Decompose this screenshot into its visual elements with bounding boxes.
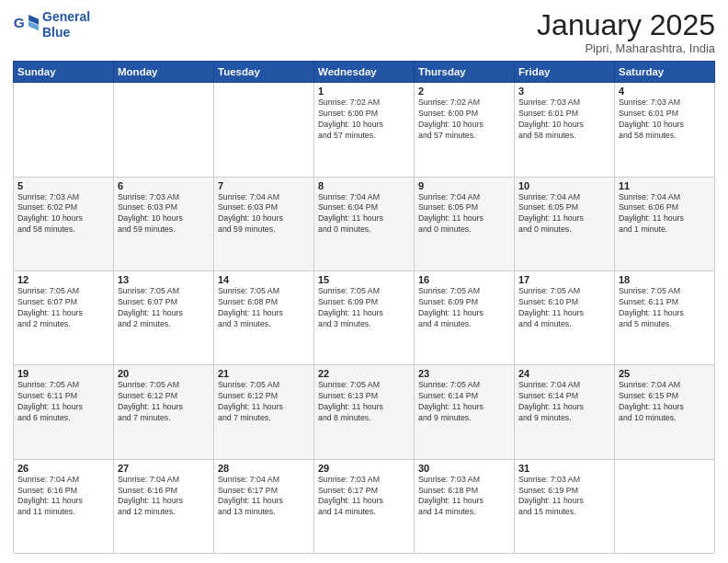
day-info: Sunrise: 7:03 AMSunset: 6:03 PMDaylight:…	[118, 192, 210, 236]
day-info: Sunrise: 7:03 AMSunset: 6:19 PMDaylight:…	[518, 475, 610, 519]
day-cell: 13Sunrise: 7:05 AMSunset: 6:07 PMDayligh…	[114, 270, 214, 364]
day-info: Sunrise: 7:04 AMSunset: 6:06 PMDaylight:…	[619, 192, 711, 236]
logo-blue: Blue	[42, 25, 70, 40]
week-row-2: 5Sunrise: 7:03 AMSunset: 6:02 PMDaylight…	[14, 177, 715, 270]
day-number: 19	[17, 368, 109, 379]
day-number: 6	[118, 180, 210, 191]
weekday-header-wednesday: Wednesday	[314, 62, 415, 83]
day-cell: 3Sunrise: 7:03 AMSunset: 6:01 PMDaylight…	[515, 83, 615, 177]
day-cell: 8Sunrise: 7:04 AMSunset: 6:04 PMDaylight…	[314, 177, 415, 270]
day-info: Sunrise: 7:02 AMSunset: 6:00 PMDaylight:…	[318, 98, 410, 142]
day-number: 12	[17, 274, 109, 285]
day-cell: 7Sunrise: 7:04 AMSunset: 6:03 PMDaylight…	[214, 177, 314, 270]
day-info: Sunrise: 7:05 AMSunset: 6:10 PMDaylight:…	[518, 286, 610, 330]
day-info: Sunrise: 7:05 AMSunset: 6:12 PMDaylight:…	[218, 380, 310, 424]
day-info: Sunrise: 7:05 AMSunset: 6:11 PMDaylight:…	[17, 380, 109, 424]
week-row-3: 12Sunrise: 7:05 AMSunset: 6:07 PMDayligh…	[14, 270, 715, 364]
day-info: Sunrise: 7:05 AMSunset: 6:12 PMDaylight:…	[118, 380, 210, 424]
location: Pipri, Maharashtra, India	[537, 41, 715, 55]
week-row-1: 1Sunrise: 7:02 AMSunset: 6:00 PMDaylight…	[14, 83, 715, 177]
page: G General Blue January 2025 Pipri, Mahar…	[0, 0, 728, 563]
weekday-header-thursday: Thursday	[415, 62, 515, 83]
day-number: 17	[518, 274, 610, 285]
day-number: 5	[17, 180, 109, 191]
day-number: 11	[619, 180, 711, 191]
day-cell: 23Sunrise: 7:05 AMSunset: 6:14 PMDayligh…	[415, 365, 515, 459]
week-row-5: 26Sunrise: 7:04 AMSunset: 6:16 PMDayligh…	[14, 459, 715, 553]
day-info: Sunrise: 7:04 AMSunset: 6:16 PMDaylight:…	[17, 475, 109, 519]
day-info: Sunrise: 7:03 AMSunset: 6:18 PMDaylight:…	[418, 475, 510, 519]
day-number: 26	[17, 463, 109, 474]
day-number: 9	[418, 180, 510, 191]
day-cell: 21Sunrise: 7:05 AMSunset: 6:12 PMDayligh…	[214, 365, 314, 459]
day-number: 20	[118, 368, 210, 379]
calendar-header: SundayMondayTuesdayWednesdayThursdayFrid…	[14, 62, 715, 83]
day-number: 14	[218, 274, 310, 285]
day-cell: 1Sunrise: 7:02 AMSunset: 6:00 PMDaylight…	[314, 83, 415, 177]
day-cell: 6Sunrise: 7:03 AMSunset: 6:03 PMDaylight…	[114, 177, 214, 270]
day-number: 16	[418, 274, 510, 285]
day-number: 24	[518, 368, 610, 379]
logo-general: General	[42, 9, 90, 24]
day-number: 15	[318, 274, 410, 285]
day-cell	[214, 83, 314, 177]
day-cell: 18Sunrise: 7:05 AMSunset: 6:11 PMDayligh…	[615, 270, 715, 364]
day-number: 4	[619, 86, 711, 97]
day-cell: 17Sunrise: 7:05 AMSunset: 6:10 PMDayligh…	[515, 270, 615, 364]
day-info: Sunrise: 7:04 AMSunset: 6:15 PMDaylight:…	[619, 380, 711, 424]
day-info: Sunrise: 7:05 AMSunset: 6:09 PMDaylight:…	[418, 286, 510, 330]
day-number: 31	[518, 463, 610, 474]
day-number: 28	[218, 463, 310, 474]
weekday-header-monday: Monday	[114, 62, 214, 83]
day-cell	[615, 459, 715, 553]
day-number: 22	[318, 368, 410, 379]
day-info: Sunrise: 7:03 AMSunset: 6:01 PMDaylight:…	[619, 98, 711, 142]
day-number: 3	[518, 86, 610, 97]
day-cell: 25Sunrise: 7:04 AMSunset: 6:15 PMDayligh…	[615, 365, 715, 459]
header: G General Blue January 2025 Pipri, Mahar…	[13, 9, 715, 55]
weekday-header-tuesday: Tuesday	[214, 62, 314, 83]
svg-text:G: G	[14, 15, 25, 30]
day-cell: 16Sunrise: 7:05 AMSunset: 6:09 PMDayligh…	[415, 270, 515, 364]
day-cell: 10Sunrise: 7:04 AMSunset: 6:05 PMDayligh…	[515, 177, 615, 270]
day-cell: 14Sunrise: 7:05 AMSunset: 6:08 PMDayligh…	[214, 270, 314, 364]
day-number: 7	[218, 180, 310, 191]
day-number: 18	[619, 274, 711, 285]
logo-text: General Blue	[42, 9, 90, 40]
day-info: Sunrise: 7:04 AMSunset: 6:04 PMDaylight:…	[318, 192, 410, 236]
day-info: Sunrise: 7:04 AMSunset: 6:05 PMDaylight:…	[518, 192, 610, 236]
day-cell: 2Sunrise: 7:02 AMSunset: 6:00 PMDaylight…	[415, 83, 515, 177]
day-info: Sunrise: 7:04 AMSunset: 6:14 PMDaylight:…	[518, 380, 610, 424]
day-number: 25	[619, 368, 711, 379]
day-cell: 4Sunrise: 7:03 AMSunset: 6:01 PMDaylight…	[615, 83, 715, 177]
day-number: 27	[118, 463, 210, 474]
day-info: Sunrise: 7:05 AMSunset: 6:11 PMDaylight:…	[619, 286, 711, 330]
day-cell: 22Sunrise: 7:05 AMSunset: 6:13 PMDayligh…	[314, 365, 415, 459]
day-number: 10	[518, 180, 610, 191]
day-cell: 30Sunrise: 7:03 AMSunset: 6:18 PMDayligh…	[415, 459, 515, 553]
calendar-body: 1Sunrise: 7:02 AMSunset: 6:00 PMDaylight…	[14, 83, 715, 554]
day-cell: 15Sunrise: 7:05 AMSunset: 6:09 PMDayligh…	[314, 270, 415, 364]
weekday-header-sunday: Sunday	[14, 62, 114, 83]
day-cell: 12Sunrise: 7:05 AMSunset: 6:07 PMDayligh…	[14, 270, 114, 364]
day-cell: 28Sunrise: 7:04 AMSunset: 6:17 PMDayligh…	[214, 459, 314, 553]
day-cell: 24Sunrise: 7:04 AMSunset: 6:14 PMDayligh…	[515, 365, 615, 459]
day-info: Sunrise: 7:04 AMSunset: 6:16 PMDaylight:…	[118, 475, 210, 519]
day-info: Sunrise: 7:05 AMSunset: 6:14 PMDaylight:…	[418, 380, 510, 424]
day-cell: 31Sunrise: 7:03 AMSunset: 6:19 PMDayligh…	[515, 459, 615, 553]
day-info: Sunrise: 7:05 AMSunset: 6:07 PMDaylight:…	[118, 286, 210, 330]
day-info: Sunrise: 7:05 AMSunset: 6:13 PMDaylight:…	[318, 380, 410, 424]
day-info: Sunrise: 7:04 AMSunset: 6:03 PMDaylight:…	[218, 192, 310, 236]
day-info: Sunrise: 7:05 AMSunset: 6:09 PMDaylight:…	[318, 286, 410, 330]
day-cell: 19Sunrise: 7:05 AMSunset: 6:11 PMDayligh…	[14, 365, 114, 459]
day-info: Sunrise: 7:05 AMSunset: 6:07 PMDaylight:…	[17, 286, 109, 330]
title-block: January 2025 Pipri, Maharashtra, India	[537, 9, 715, 55]
month-title: January 2025	[537, 9, 715, 41]
day-number: 8	[318, 180, 410, 191]
week-row-4: 19Sunrise: 7:05 AMSunset: 6:11 PMDayligh…	[14, 365, 715, 459]
day-number: 21	[218, 368, 310, 379]
day-number: 2	[418, 86, 510, 97]
logo-icon: G	[13, 12, 39, 38]
day-info: Sunrise: 7:04 AMSunset: 6:05 PMDaylight:…	[418, 192, 510, 236]
day-number: 13	[118, 274, 210, 285]
